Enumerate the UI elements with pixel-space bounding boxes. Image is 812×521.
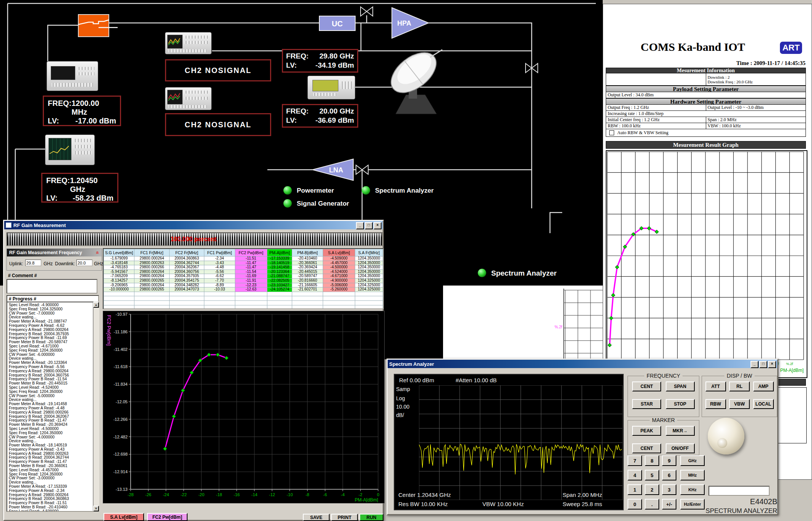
hw-increasing-rate: Increasing rate : 1.0 dBm/Step <box>606 111 806 117</box>
hw-initial-center-freq: Initial Center freq : 1.2 GHz <box>606 117 706 123</box>
table-row[interactable]: -1.67909929800.00026420004.360863-2.34-1… <box>104 256 383 261</box>
vbw-button[interactable]: VBW <box>729 399 750 409</box>
key-6[interactable]: 6 <box>662 470 676 480</box>
svg-text:-11.186: -11.186 <box>114 329 128 334</box>
group-frequency: FREQUENCYCENTSPANSTARSTOP <box>628 376 699 417</box>
collapse-icon[interactable]: « <box>95 251 101 254</box>
minimize-button[interactable]: _ <box>356 222 364 229</box>
log-scroll-up[interactable]: ▲ <box>93 302 99 308</box>
section-measurement-information: Mesurement Information <box>606 68 806 73</box>
key-mhz[interactable]: MHz <box>680 470 705 480</box>
log-scroll-down[interactable]: ▼ <box>93 506 99 511</box>
downlink-input[interactable] <box>76 260 92 266</box>
diagram-panel-extension <box>384 286 443 359</box>
key-ghz[interactable]: GHz <box>680 455 705 466</box>
stop-button[interactable]: STOP <box>666 399 695 409</box>
lv-label: LV: <box>286 116 297 125</box>
star-button[interactable]: STAR <box>632 399 661 409</box>
rf-gain-title: RF Gain Measurement <box>13 222 66 228</box>
readout-downlink-if: FREQ:1.20450 GHz LV:-58.23 dBm <box>41 173 118 203</box>
sa-display: Ref 0.00 dBm #Atten 10.00 dB Samp Log 10… <box>394 374 624 510</box>
group-disp-bw: DISP / BWATTRLAMPRBWVBWLOCAL <box>702 376 777 417</box>
minimize-button[interactable]: _ <box>751 361 759 368</box>
svg-text:PM-A[dBm]: PM-A[dBm] <box>780 368 804 373</box>
auto-rbw-vbw-checkbox[interactable] <box>609 130 614 135</box>
rbw-button[interactable]: RBW <box>705 399 726 409</box>
sa-entry-field[interactable] <box>708 486 770 496</box>
print-button[interactable]: PRINT <box>331 514 358 521</box>
series-salv-button[interactable]: S.A Lv[dBm] <box>104 513 144 521</box>
local-button[interactable]: LOCAL <box>753 399 774 409</box>
series-fc2pw-button[interactable]: FC2 Pw[dBm] <box>147 513 188 521</box>
sa-titlebar[interactable]: Spectrum Analyzer _ □ × <box>388 360 777 368</box>
key-2[interactable]: 2 <box>645 484 659 495</box>
att-button[interactable]: ATT <box>705 381 726 391</box>
key--[interactable]: . <box>645 499 659 510</box>
satellite-dish-icon <box>384 45 443 114</box>
comment-box[interactable] <box>6 279 97 294</box>
svg-text:%.2f: %.2f <box>555 325 562 329</box>
table-row[interactable]: -5.94156729800.00026420004.360756-5.56-1… <box>104 269 383 274</box>
key-7[interactable]: 7 <box>628 455 642 466</box>
save-button[interactable]: SAVE <box>303 514 330 521</box>
key--[interactable]: +/- <box>662 499 676 510</box>
ch2-status-upper: CH2 NOSIGNAL <box>165 59 271 81</box>
key-0[interactable]: 0 <box>628 499 642 510</box>
info-left-cell <box>606 73 706 85</box>
key-4[interactable]: 4 <box>628 470 642 480</box>
table-row[interactable]: -9.20696529800.00026420004.348282-8.89-1… <box>104 283 383 287</box>
ch2-status-lower: CH2 NOSIGNAL <box>165 113 271 136</box>
log-scrollbar[interactable] <box>93 308 99 506</box>
lv-value: -36.69 dBm <box>315 116 354 125</box>
amp-button[interactable]: AMP <box>753 381 774 391</box>
rf-gain-titlebar[interactable]: RF Gain Measurement _ □ × <box>4 221 383 229</box>
key-5[interactable]: 5 <box>645 470 659 480</box>
maximize-button[interactable]: □ <box>759 361 767 368</box>
rf-gain-window: RF Gain Measurement _ □ × 100.000 percen… <box>3 220 384 521</box>
uplink-input[interactable] <box>25 260 41 266</box>
lv-value: -58.23 dBm <box>73 194 113 203</box>
cent-button[interactable]: CENT <box>632 381 661 391</box>
svg-text:-28: -28 <box>128 492 134 497</box>
col-header: FC1 Fr[MHz] <box>134 249 169 256</box>
sa-title: Spectrum Analyzer <box>389 361 434 367</box>
key-1[interactable]: 1 <box>628 484 642 495</box>
key-3[interactable]: 3 <box>662 484 676 495</box>
table-row[interactable]: -10.00000029800.00026520004.347073-10.03… <box>104 287 383 292</box>
rf-gain-graph: FC2 Pw[dBm] -10.97-11.186-11.402-11.618-… <box>103 311 385 503</box>
screen: %.2f UC <box>0 0 812 521</box>
table-row[interactable]: -3.41814829800.00026320004.362744-3.43-1… <box>104 261 383 265</box>
peak-button[interactable]: PEAK <box>632 426 661 436</box>
key-8[interactable]: 8 <box>645 455 659 466</box>
spectrum-analyzer-window: Spectrum Analyzer _ □ × Ref 0.00 dBm #At… <box>387 359 778 515</box>
table-row[interactable]: -8.13425729800.00026520004.354175-7.70-1… <box>104 278 383 283</box>
log-line: Spec Freq Read: 1204.350000 <box>9 390 93 394</box>
svg-text:-20: -20 <box>198 492 204 497</box>
col-header: PM-A[dBm] <box>267 249 292 256</box>
maximize-button[interactable]: □ <box>365 222 373 229</box>
span-button[interactable]: SPAN <box>666 381 695 391</box>
run-button[interactable]: RUN <box>359 514 383 521</box>
log-line: Spec Freq Read: 1204.325000 <box>9 307 93 312</box>
spectrum-analyzer-led-icon <box>362 186 370 195</box>
auto-rbw-vbw-label: Auto RBW & VBW Setting <box>617 130 668 136</box>
readout-downlink-rf: FREQ:20.00 GHz LV:-36.69 dBm <box>282 104 358 128</box>
spectrum-analyzer-indicator-label: Spectrum Analyzer <box>375 187 433 195</box>
table-row[interactable]: -4.76518329800.00026620004.362067-4.48-1… <box>104 265 383 270</box>
tuning-knob[interactable] <box>708 418 744 454</box>
table-row[interactable]: -7.06520929800.00026420004.357935-6.62-1… <box>104 274 383 279</box>
mkr--button[interactable]: MKR→ <box>666 426 695 436</box>
samp-label: Samp <box>396 386 410 392</box>
rl-button[interactable]: RL <box>729 381 750 391</box>
key-khz[interactable]: KHz <box>680 484 705 495</box>
close-button[interactable]: × <box>768 361 776 368</box>
on-off-button[interactable]: ON/OFF <box>666 443 695 453</box>
close-button[interactable]: × <box>374 222 382 229</box>
hpa-amplifier: HPA <box>392 8 429 38</box>
empty-row <box>104 292 383 296</box>
svg-text:-11.618: -11.618 <box>114 364 128 369</box>
progress-log[interactable]: Spec Level Read: -4.900000Spec Freq Read… <box>6 302 94 512</box>
measurement-table[interactable]: S.G Level[dBm]FC1 Fr[MHz]FC2 Fr[MHz]FC1 … <box>104 249 383 309</box>
cent-button[interactable]: CENT <box>632 443 661 453</box>
key-9[interactable]: 9 <box>662 455 676 466</box>
